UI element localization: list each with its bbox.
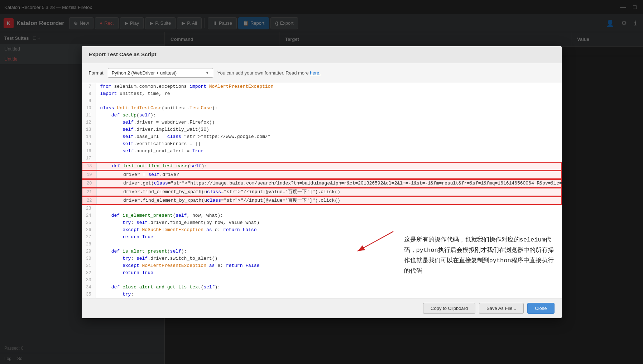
line-content: except NoAlertPresentException as e: ret…	[96, 262, 562, 269]
line-content: import unittest, time, re	[96, 90, 562, 97]
code-line-24: 24 def is_element_present(self, how, wha…	[82, 212, 562, 219]
line-content: self.driver = webdriver.Firefox()	[96, 119, 562, 126]
line-content	[96, 205, 562, 212]
modal-header: Export Test Case as Script	[82, 46, 562, 63]
line-content	[96, 277, 562, 284]
line-number: 16	[82, 148, 96, 155]
line-content: self.accept_next_alert = True	[96, 148, 562, 155]
code-line-26: 26 except NoSuchElementException as e: r…	[82, 226, 562, 234]
code-editor[interactable]: 7from selenium.common.exceptions import …	[82, 83, 562, 298]
code-line-27: 27 return True	[82, 234, 562, 241]
line-content: driver.get(class="str">"https://image.ba…	[97, 180, 562, 187]
code-line-15: 15 self.verificationErrors = []	[82, 140, 562, 148]
line-number: 34	[82, 284, 96, 291]
code-line-32: 32 return True	[82, 269, 562, 277]
line-number: 33	[82, 277, 96, 284]
modal-format-row: Format Python 2 (WebDriver + unittest) ▼…	[82, 63, 562, 83]
code-line-18: 18 def test_untitled_test_case(self):	[82, 162, 562, 171]
line-number: 31	[82, 262, 96, 269]
code-lines: 7from selenium.common.exceptions import …	[82, 83, 562, 298]
line-content: driver.find_element_by_xpath(uclass="str…	[97, 197, 561, 204]
line-content: def setUp(self):	[96, 112, 562, 119]
code-line-25: 25 try: self.driver.find_element(by=how,…	[82, 219, 562, 226]
line-content: try: self.driver.find_element(by=how, va…	[96, 219, 562, 226]
line-number: 14	[82, 133, 96, 140]
line-content: return True	[96, 269, 562, 277]
line-content: def test_untitled_test_case(self):	[97, 163, 561, 170]
close-button[interactable]: Close	[527, 303, 554, 314]
code-line-16: 16 self.accept_next_alert = True	[82, 148, 562, 155]
save-as-file-button[interactable]: Save As File...	[479, 303, 524, 314]
line-content	[96, 97, 562, 105]
code-line-22: 22 driver.find_element_by_xpath(uclass="…	[82, 196, 562, 205]
line-content: driver.find_element_by_xpath(uclass="str…	[97, 188, 561, 196]
code-line-10: 10class UntitledTestCase(unittest.TestCa…	[82, 105, 562, 112]
line-content: def close_alert_and_get_its_text(self):	[96, 284, 562, 291]
modal-title: Export Test Case as Script	[89, 51, 157, 57]
code-line-31: 31 except NoAlertPresentException as e: …	[82, 262, 562, 269]
line-number: 23	[82, 205, 96, 212]
line-content: driver = self.driver	[97, 171, 561, 178]
format-hint-link[interactable]: here.	[310, 70, 321, 76]
line-number: 15	[82, 140, 96, 148]
modal-footer: Copy to Clipboard Save As File... Close	[82, 298, 562, 318]
line-content: try:	[96, 291, 562, 298]
code-line-9: 9	[82, 97, 562, 105]
code-line-30: 30 try: self.driver.switch_to_alert()	[82, 255, 562, 262]
line-number: 9	[82, 97, 96, 105]
line-content: except NoSuchElementException as e: retu…	[96, 226, 562, 234]
line-content: self.base_url = class="str">"https://www…	[96, 133, 562, 140]
line-number: 22	[82, 197, 97, 204]
code-line-8: 8import unittest, time, re	[82, 90, 562, 97]
line-number: 28	[82, 241, 96, 248]
line-number: 32	[82, 269, 96, 277]
code-line-35: 35 try:	[82, 291, 562, 298]
code-line-33: 33	[82, 277, 562, 284]
line-content: class UntitledTestCase(unittest.TestCase…	[96, 105, 562, 112]
line-number: 17	[82, 155, 96, 162]
code-line-17: 17	[82, 155, 562, 162]
line-number: 21	[82, 188, 97, 196]
format-value: Python 2 (WebDriver + unittest)	[112, 70, 177, 76]
line-number: 18	[82, 163, 97, 170]
code-line-21: 21 driver.find_element_by_xpath(uclass="…	[82, 188, 562, 196]
line-number: 20	[82, 180, 97, 187]
line-content: def is_element_present(self, how, what):	[96, 212, 562, 219]
line-content: from selenium.common.exceptions import N…	[96, 83, 562, 90]
line-number: 27	[82, 234, 96, 241]
line-number: 35	[82, 291, 96, 298]
format-select[interactable]: Python 2 (WebDriver + unittest) ▼	[108, 68, 213, 78]
code-line-20: 20 driver.get(class="str">"https://image…	[82, 179, 562, 188]
line-number: 12	[82, 119, 96, 126]
modal-overlay: Export Test Case as Script Format Python…	[0, 0, 643, 364]
line-number: 7	[82, 83, 96, 90]
line-number: 29	[82, 248, 96, 255]
code-line-28: 28	[82, 241, 562, 248]
line-content: self.driver.implicitly_wait(30)	[96, 126, 562, 133]
export-modal: Export Test Case as Script Format Python…	[82, 46, 562, 318]
line-number: 25	[82, 219, 96, 226]
line-number: 13	[82, 126, 96, 133]
code-line-23: 23	[82, 205, 562, 212]
code-line-13: 13 self.driver.implicitly_wait(30)	[82, 126, 562, 133]
line-content: try: self.driver.switch_to_alert()	[96, 255, 562, 262]
line-content	[96, 155, 562, 162]
line-number: 10	[82, 105, 96, 112]
format-hint: You can add your own formatter. Read mor…	[217, 70, 321, 76]
line-number: 19	[82, 171, 97, 178]
format-label: Format	[89, 70, 104, 76]
line-number: 24	[82, 212, 96, 219]
line-number: 30	[82, 255, 96, 262]
code-line-29: 29 def is_alert_present(self):	[82, 248, 562, 255]
code-line-34: 34 def close_alert_and_get_its_text(self…	[82, 284, 562, 291]
code-line-11: 11 def setUp(self):	[82, 112, 562, 119]
line-content	[96, 241, 562, 248]
line-content: return True	[96, 234, 562, 241]
code-line-7: 7from selenium.common.exceptions import …	[82, 83, 562, 90]
line-content: self.verificationErrors = []	[96, 140, 562, 148]
line-content: def is_alert_present(self):	[96, 248, 562, 255]
copy-to-clipboard-button[interactable]: Copy to Clipboard	[423, 303, 475, 314]
code-line-19: 19 driver = self.driver	[82, 171, 562, 179]
code-line-14: 14 self.base_url = class="str">"https://…	[82, 133, 562, 140]
line-number: 11	[82, 112, 96, 119]
